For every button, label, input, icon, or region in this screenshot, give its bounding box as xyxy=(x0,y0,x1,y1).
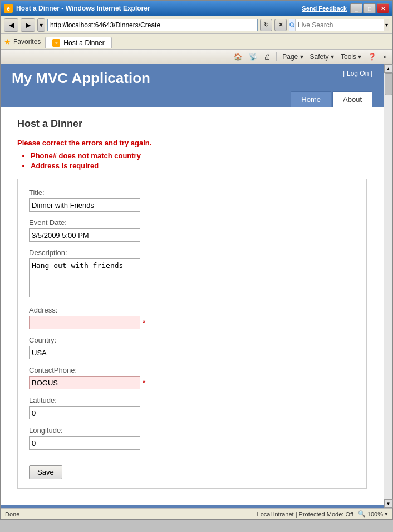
print-icon[interactable]: 🖨 xyxy=(262,53,273,61)
contact-phone-required-star: * xyxy=(143,378,145,387)
close-button[interactable]: ✕ xyxy=(377,3,389,13)
current-tab[interactable]: e Host a Dinner xyxy=(45,37,111,48)
log-on-anchor[interactable]: [ Log On ] xyxy=(343,70,372,77)
tab-label: Host a Dinner xyxy=(63,39,104,47)
address-group: Address: * xyxy=(29,306,355,329)
help-menu[interactable]: ❓ xyxy=(366,53,379,61)
app-header: My MVC Application [ Log On ] Home About xyxy=(1,64,384,107)
scroll-up-button[interactable]: ▲ xyxy=(384,64,393,73)
address-label: Address: xyxy=(29,306,355,314)
contact-phone-field-wrap: * xyxy=(29,376,355,389)
search-input[interactable] xyxy=(296,21,384,29)
search-box: ▾ xyxy=(289,19,389,31)
log-on-link[interactable]: [ Log On ] xyxy=(343,70,372,77)
longitude-label: Longitude: xyxy=(29,426,355,435)
dropdown-button[interactable]: ▾ xyxy=(37,18,45,32)
forward-button[interactable]: ▶ xyxy=(21,18,35,32)
page-heading: Host a Dinner xyxy=(17,118,367,130)
zoom-level: 100% xyxy=(367,511,383,518)
latitude-label: Latitude: xyxy=(29,396,355,404)
description-label: Description: xyxy=(29,248,355,257)
app-title-row: My MVC Application [ Log On ] xyxy=(12,70,372,91)
title-bar-left: e Host a Dinner - Windows Internet Explo… xyxy=(4,4,150,13)
safety-menu[interactable]: Safety ▾ xyxy=(308,53,336,61)
contact-phone-label: ContactPhone: xyxy=(29,366,355,374)
error-summary-title: Please correct the errors and try again. xyxy=(17,139,367,147)
separator xyxy=(276,52,277,61)
description-group: Description: Hang out with friends xyxy=(29,248,355,299)
page-menu[interactable]: Page ▾ xyxy=(280,53,305,61)
scroll-track xyxy=(384,73,392,499)
favorites-label: Favorites xyxy=(13,38,41,46)
search-go-button[interactable]: ▾ xyxy=(384,19,389,31)
search-icon xyxy=(289,19,296,31)
scrollbar: ▲ ▼ xyxy=(384,64,392,508)
app-title: My MVC Application xyxy=(12,70,150,87)
contact-phone-group: ContactPhone: * xyxy=(29,366,355,389)
title-bar-right: Send Feedback _ □ ✕ xyxy=(302,3,389,13)
address-field-wrap: * xyxy=(29,316,355,329)
description-textarea[interactable]: Hang out with friends xyxy=(29,258,140,297)
send-feedback-link[interactable]: Send Feedback xyxy=(302,5,347,12)
main-box: Host a Dinner Please correct the errors … xyxy=(1,107,384,505)
zone-text: Local intranet | Protected Mode: Off xyxy=(257,511,353,518)
favorites-bar: ★ Favorites e Host a Dinner xyxy=(1,34,392,50)
nav-tabs: Home About xyxy=(12,91,372,107)
ie-icon: e xyxy=(4,4,13,13)
title-bar-buttons: _ □ ✕ xyxy=(350,3,389,13)
status-text: Done xyxy=(5,511,19,518)
nav-tab-home[interactable]: Home xyxy=(291,91,331,107)
longitude-group: Longitude: xyxy=(29,426,355,450)
star-icon: ★ xyxy=(4,37,11,46)
svg-line-1 xyxy=(293,26,295,27)
favorites-button[interactable]: ★ Favorites xyxy=(4,37,41,46)
address-bar: ◀ ▶ ▾ ↻ ✕ ▾ xyxy=(1,16,392,34)
scroll-thumb[interactable] xyxy=(385,73,392,95)
svg-point-0 xyxy=(290,23,293,26)
title-bar: e Host a Dinner - Windows Internet Explo… xyxy=(1,1,392,16)
contact-phone-input[interactable] xyxy=(29,376,140,389)
toolbar-expand[interactable]: » xyxy=(381,53,389,61)
window-title: Host a Dinner - Windows Internet Explore… xyxy=(16,4,150,12)
zoom-dropdown-icon[interactable]: ▾ xyxy=(385,510,388,518)
event-date-input[interactable] xyxy=(29,228,140,242)
save-button[interactable]: Save xyxy=(29,465,62,479)
refresh-button[interactable]: ↻ xyxy=(260,19,272,31)
minimize-button[interactable]: _ xyxy=(350,3,362,13)
latitude-input[interactable] xyxy=(29,406,140,419)
stop-button[interactable]: ✕ xyxy=(274,19,287,31)
rss-icon[interactable]: 📡 xyxy=(247,53,259,61)
address-input[interactable] xyxy=(29,316,140,329)
title-input[interactable] xyxy=(29,198,140,212)
content-area: My MVC Application [ Log On ] Home About xyxy=(1,64,392,508)
zoom-info[interactable]: 🔍 100% ▾ xyxy=(358,510,388,518)
maximize-button[interactable]: □ xyxy=(363,3,376,13)
status-right: Local intranet | Protected Mode: Off 🔍 1… xyxy=(257,510,388,518)
event-date-group: Event Date: xyxy=(29,218,355,242)
window-chrome: e Host a Dinner - Windows Internet Explo… xyxy=(0,0,393,520)
page-content: My MVC Application [ Log On ] Home About xyxy=(1,64,384,508)
event-date-label: Event Date: xyxy=(29,218,355,227)
address-required-star: * xyxy=(143,318,145,327)
longitude-input[interactable] xyxy=(29,436,140,450)
error-item-1: Phone# does not match country xyxy=(31,152,367,160)
tools-menu[interactable]: Tools ▾ xyxy=(338,53,363,61)
ie-toolbar: 🏠 📡 🖨 Page ▾ Safety ▾ Tools ▾ ❓ » xyxy=(1,50,392,64)
form-container: Title: Event Date: Description: Hang out… xyxy=(17,179,367,489)
nav-tab-about[interactable]: About xyxy=(332,91,372,107)
tab-icon: e xyxy=(52,39,60,47)
home-toolbar-icon[interactable]: 🏠 xyxy=(232,53,244,61)
country-input[interactable] xyxy=(29,346,140,359)
title-group: Title: xyxy=(29,188,355,212)
url-input[interactable] xyxy=(47,19,258,31)
country-group: Country: xyxy=(29,336,355,359)
scroll-down-button[interactable]: ▼ xyxy=(384,499,393,508)
error-item-2: Address is required xyxy=(31,162,367,170)
error-summary: Please correct the errors and try again.… xyxy=(17,139,367,170)
error-list: Phone# does not match country Address is… xyxy=(17,152,367,170)
title-label: Title: xyxy=(29,188,355,197)
back-button[interactable]: ◀ xyxy=(4,18,18,32)
latitude-group: Latitude: xyxy=(29,396,355,419)
country-label: Country: xyxy=(29,336,355,344)
zoom-icon: 🔍 xyxy=(358,510,366,518)
